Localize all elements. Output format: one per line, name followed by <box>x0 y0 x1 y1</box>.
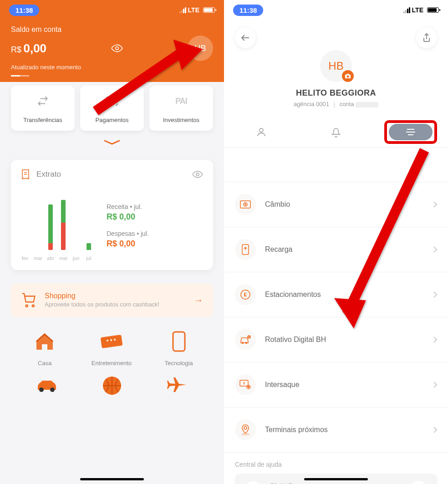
home-indicator[interactable] <box>80 478 144 480</box>
shopping-title: Shopping <box>45 292 186 300</box>
svg-point-1 <box>196 173 199 176</box>
category-grid-row2 <box>0 367 224 399</box>
home-screen: 11:38 LTE Saldo em conta R$ 0,00 HB Atua… <box>0 0 224 484</box>
svg-point-7 <box>114 339 116 341</box>
svg-point-9 <box>39 387 44 392</box>
despesas-stat: Despesas • jul. R$ 0,00 <box>107 230 203 249</box>
location-pin-icon <box>235 419 256 440</box>
shopping-subtitle: Aproveite todos os produtos com cashback… <box>45 301 186 309</box>
profile-section: HB HELITO BEGGIORA agência 0001 | conta <box>224 48 448 117</box>
transfers-card[interactable]: Transferências <box>11 86 75 131</box>
chevron-right-icon <box>433 291 437 298</box>
plane-icon[interactable] <box>163 372 191 399</box>
menu-item-terminais[interactable]: Terminais próximos <box>224 408 448 453</box>
status-indicators: LTE <box>403 6 439 14</box>
tab-profile[interactable] <box>224 117 299 148</box>
svg-point-0 <box>116 47 119 50</box>
svg-rect-4 <box>100 335 122 348</box>
quick-actions: Transferências Pagamentos PAI Investimen… <box>0 76 224 131</box>
phone-icon <box>165 328 193 355</box>
menu-item-intersaque[interactable]: $ Intersaque <box>224 362 448 408</box>
investments-card[interactable]: PAI Investimentos <box>149 86 213 131</box>
svg-rect-8 <box>173 332 185 351</box>
network-label: LTE <box>188 6 199 14</box>
signal-icon <box>403 7 410 13</box>
help-arrow-button[interactable] <box>409 481 428 484</box>
help-title: Central de ajuda <box>235 461 437 468</box>
profile-avatar-button[interactable]: HB <box>188 36 213 61</box>
menu-item-estacionamentos[interactable]: E Estacionamentos <box>224 272 448 317</box>
recharge-icon <box>235 239 256 260</box>
tab-menu[interactable] <box>373 117 448 148</box>
status-bar: 11:38 LTE <box>0 0 224 20</box>
updated-text: Atualizado neste momento <box>11 64 213 71</box>
category-tecnologia[interactable]: Tecnologia <box>165 328 193 367</box>
profile-menu-screen: 11:38 LTE HB HELITO BEGGIORA agência 000… <box>224 0 448 484</box>
investments-label: Investimentos <box>163 117 199 123</box>
expand-chevron[interactable] <box>0 139 224 147</box>
category-casa[interactable]: Casa <box>31 328 58 367</box>
transfers-label: Transferências <box>23 117 62 123</box>
battery-icon <box>427 7 439 13</box>
battery-icon <box>203 7 215 13</box>
menu-item-cambio[interactable]: Câmbio <box>224 182 448 227</box>
svg-text:$: $ <box>243 381 245 385</box>
status-bar: 11:38 LTE <box>224 0 448 20</box>
chevron-right-icon <box>433 201 437 208</box>
balance-value: R$ 0,00 <box>11 41 46 56</box>
status-time: 11:38 <box>233 5 263 16</box>
svg-point-3 <box>32 305 34 307</box>
transfer-icon <box>37 95 49 107</box>
help-text: Oi, Helito. Posso ajudar? <box>270 481 402 484</box>
share-button[interactable] <box>416 27 437 48</box>
profile-name: HELITO BEGGIORA <box>224 88 448 98</box>
svg-point-10 <box>50 387 55 392</box>
extrato-chart: fev mar abr mai jun jul <box>21 191 93 261</box>
category-grid: Casa Entretenimento Tecnologia <box>0 317 224 367</box>
tab-notifications[interactable] <box>299 117 373 148</box>
payments-label: Pagamentos <box>96 117 129 123</box>
currency-icon <box>235 194 256 215</box>
parking-icon: E <box>235 284 256 305</box>
chevron-right-icon <box>433 336 437 343</box>
svg-point-12 <box>347 76 349 78</box>
menu-item-recarga[interactable]: Recarga <box>224 227 448 272</box>
shopping-banner[interactable]: Shopping Aproveite todos os produtos com… <box>11 284 213 317</box>
profile-avatar[interactable]: HB <box>320 50 352 82</box>
car-icon[interactable] <box>33 372 61 399</box>
svg-text:E: E <box>244 292 247 297</box>
svg-point-5 <box>107 340 108 341</box>
chart-x-labels: fev mar abr mai jun jul <box>21 255 93 261</box>
extrato-title: Extrato <box>36 170 61 179</box>
home-indicator[interactable] <box>304 478 368 480</box>
menu-item-rotativo[interactable]: Rotativo Digital BH <box>224 317 448 362</box>
svg-point-22 <box>249 336 249 337</box>
category-entretenimento[interactable]: Entretenimento <box>92 328 132 367</box>
svg-point-2 <box>26 305 28 307</box>
chevron-right-icon <box>433 427 437 433</box>
balance-label: Saldo em conta <box>11 25 213 34</box>
eye-icon[interactable] <box>192 171 203 178</box>
profile-tabs <box>224 117 448 148</box>
svg-point-27 <box>244 427 247 429</box>
back-button[interactable] <box>235 27 256 48</box>
chevron-right-icon <box>433 382 437 388</box>
profile-meta: agência 0001 | conta <box>224 101 448 107</box>
svg-point-13 <box>260 128 263 132</box>
svg-point-26 <box>248 387 249 388</box>
cart-icon <box>21 292 36 308</box>
camera-icon[interactable] <box>342 70 354 82</box>
house-icon <box>31 328 58 355</box>
receipt-icon <box>21 169 30 180</box>
balance-header: Saldo em conta R$ 0,00 HB Atualizado nes… <box>0 20 224 76</box>
status-time: 11:38 <box>9 5 39 16</box>
extrato-card[interactable]: Extrato fev mar abr mai ju <box>11 160 213 270</box>
eye-icon[interactable] <box>111 44 123 52</box>
payments-card[interactable]: Pagamentos <box>80 86 144 131</box>
annotation-highlight <box>384 120 437 144</box>
car-pin-icon <box>235 329 256 350</box>
menu-item-partial[interactable] <box>224 148 448 182</box>
pai-icon: PAI <box>175 95 187 107</box>
basketball-icon[interactable] <box>98 372 126 399</box>
arrow-right-icon: → <box>194 295 203 306</box>
